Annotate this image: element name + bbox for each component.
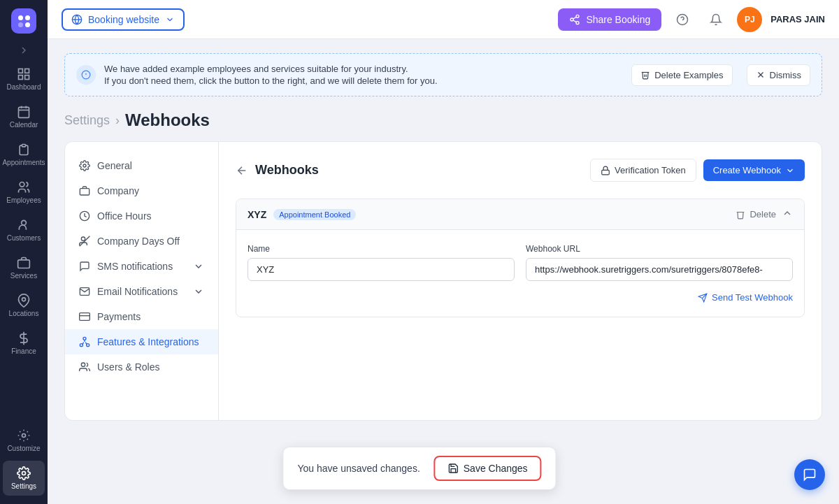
sidebar-item-settings[interactable]: Settings <box>3 461 45 496</box>
verification-token-label: Verification Token <box>615 165 686 175</box>
sidebar-item-dashboard[interactable]: Dashboard <box>3 62 45 96</box>
booking-website-button[interactable]: Booking website <box>62 8 185 31</box>
chevron-up-icon <box>782 208 793 219</box>
help-chat-button[interactable] <box>794 459 825 490</box>
settings-nav-company[interactable]: Company <box>65 178 218 203</box>
svg-rect-3 <box>19 75 23 80</box>
sidebar-label-locations: Locations <box>9 310 39 317</box>
sidebar-item-locations[interactable]: Locations <box>3 288 45 323</box>
save-bar: You have unsaved changes. Save Changes <box>282 447 556 490</box>
app-logo[interactable] <box>11 8 36 34</box>
webhooks-actions: Verification Token Create Webhook <box>590 159 805 182</box>
content-area: We have added example employees and serv… <box>48 39 839 504</box>
send-test-webhook-button[interactable]: Send Test Webhook <box>698 292 793 303</box>
share-icon <box>569 14 580 25</box>
person-off-icon <box>79 236 90 247</box>
save-icon <box>448 463 459 474</box>
help-button[interactable] <box>670 7 695 32</box>
settings-nav-company-days-off[interactable]: Company Days Off <box>65 229 218 254</box>
chevron-down-icon <box>193 286 204 297</box>
create-webhook-button[interactable]: Create Webhook <box>703 159 805 181</box>
svg-point-15 <box>22 472 26 475</box>
sidebar-item-finance[interactable]: Finance <box>3 326 45 361</box>
settings-nav-email-label: Email Notifications <box>97 286 178 297</box>
svg-point-37 <box>83 337 86 340</box>
sidebar-expand[interactable] <box>0 45 48 56</box>
webhook-name-field: Name <box>248 244 515 281</box>
trash-icon <box>640 70 650 80</box>
sidebar-item-employees[interactable]: Employees <box>3 175 45 210</box>
name-input[interactable] <box>248 258 515 281</box>
send-icon <box>698 293 708 303</box>
breadcrumb-settings[interactable]: Settings <box>64 113 110 128</box>
sidebar-label-finance: Finance <box>11 347 36 355</box>
settings-nav-features-label: Features & Integrations <box>97 336 199 347</box>
delete-webhook-button[interactable]: Delete <box>736 209 776 219</box>
info-icon <box>76 65 96 85</box>
send-test-label: Send Test Webhook <box>712 292 793 303</box>
clock-icon <box>79 210 90 222</box>
settings-nav-payments[interactable]: Payments <box>65 304 218 329</box>
chat-bubble-icon <box>803 468 817 482</box>
sidebar-label-employees: Employees <box>6 196 41 204</box>
svg-rect-1 <box>25 69 29 73</box>
verification-token-button[interactable]: Verification Token <box>590 159 696 182</box>
settings-nav-company-days-off-label: Company Days Off <box>97 236 180 247</box>
unsaved-text: You have unsaved changes. <box>297 463 420 474</box>
sidebar-item-services[interactable]: Services <box>3 250 45 285</box>
breadcrumb-current: Webhooks <box>125 110 210 130</box>
svg-rect-4 <box>19 107 29 117</box>
svg-point-20 <box>576 21 579 24</box>
delete-label: Delete <box>750 209 776 219</box>
settings-nav-office-hours[interactable]: Office Hours <box>65 203 218 229</box>
chat-icon <box>79 261 90 272</box>
svg-rect-35 <box>80 313 90 321</box>
users-icon <box>79 361 90 373</box>
svg-rect-45 <box>602 170 610 174</box>
mail-icon <box>79 286 90 297</box>
settings-nav-features[interactable]: Features & Integrations <box>65 329 218 354</box>
info-banner: We have added example employees and serv… <box>64 53 822 96</box>
save-changes-label: Save Changes <box>464 463 528 474</box>
sidebar-item-appointments[interactable]: Appointments <box>3 137 45 172</box>
webhook-tag: Appointment Booked <box>273 209 356 220</box>
gear-icon <box>79 160 90 171</box>
delete-examples-button[interactable]: Delete Examples <box>631 64 732 86</box>
svg-point-43 <box>81 363 85 366</box>
booking-website-label: Booking website <box>88 14 159 25</box>
dismiss-button[interactable]: Dismiss <box>747 64 811 86</box>
settings-nav-sms-label: SMS notifications <box>97 261 173 272</box>
share-booking-button[interactable]: Share Booking <box>558 8 661 31</box>
svg-point-19 <box>571 18 573 21</box>
briefcase-icon <box>79 185 90 196</box>
name-field-label: Name <box>248 244 515 254</box>
settings-sidebar: General Company Office Hours Company Day… <box>65 142 219 420</box>
webhook-card-actions: Delete <box>736 208 793 221</box>
svg-point-12 <box>22 298 26 301</box>
url-input[interactable] <box>526 258 793 281</box>
url-field-label: Webhook URL <box>526 244 793 254</box>
delete-examples-label: Delete Examples <box>654 70 723 80</box>
main-area: Booking website Share Booking PJ PARAS J… <box>48 0 839 504</box>
arrow-left-icon <box>236 164 248 177</box>
back-button[interactable] <box>236 164 248 177</box>
webhooks-header: Webhooks Verification Token Create Webho… <box>236 159 805 182</box>
settings-nav-email[interactable]: Email Notifications <box>65 279 218 304</box>
webhooks-title: Webhooks <box>255 163 319 178</box>
settings-nav-sms[interactable]: SMS notifications <box>65 254 218 279</box>
svg-point-18 <box>576 15 579 17</box>
settings-nav-users-label: Users & Roles <box>97 361 159 373</box>
sidebar-item-customers[interactable]: Customers <box>3 213 45 247</box>
settings-nav-users[interactable]: Users & Roles <box>65 354 218 380</box>
svg-line-22 <box>573 17 577 19</box>
sidebar-item-calendar[interactable]: Calendar <box>3 99 45 134</box>
sidebar-label-services: Services <box>10 272 37 280</box>
notifications-button[interactable] <box>703 7 729 32</box>
svg-point-33 <box>81 237 85 240</box>
sidebar-item-customize[interactable]: Customize <box>3 423 45 458</box>
user-name: PARAS JAIN <box>770 14 825 24</box>
save-changes-button[interactable]: Save Changes <box>434 456 542 481</box>
sidebar-label-appointments: Appointments <box>2 159 45 166</box>
collapse-webhook-button[interactable] <box>782 208 793 221</box>
settings-nav-general[interactable]: General <box>65 153 218 178</box>
